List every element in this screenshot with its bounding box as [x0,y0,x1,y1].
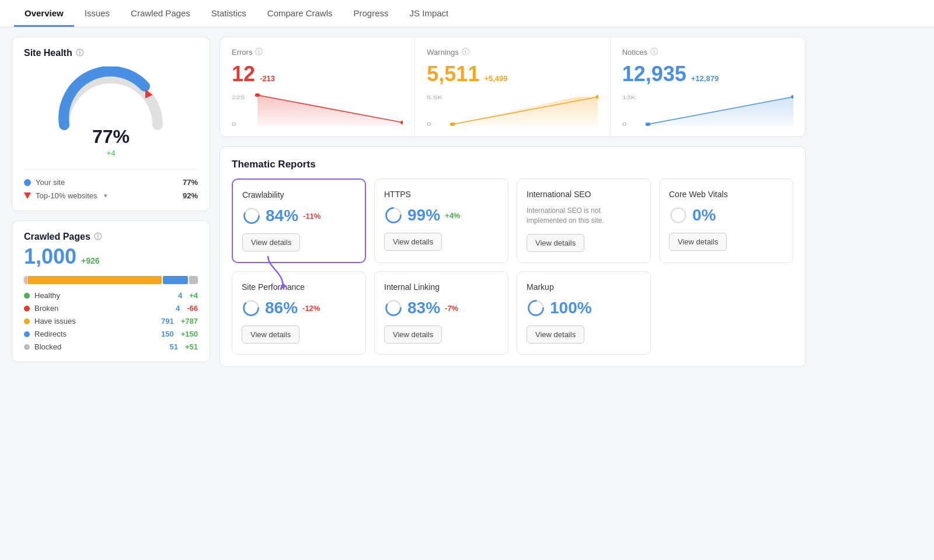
crawled-pages-info-icon[interactable]: ⓘ [94,232,102,242]
https-view-details-button[interactable]: View details [384,233,442,251]
warnings-sparkline: 5.5K 0 [427,92,598,127]
crawlability-score: 84% [266,206,298,225]
internal-linking-delta: -7% [445,304,458,313]
bar-broken [26,276,26,284]
legend-row-top10: Top-10% websites ▾ 92% [24,191,198,200]
site-performance-delta: -12% [302,304,320,313]
core-web-vitals-view-details-button[interactable]: View details [669,233,727,251]
crawlability-progress-circle [242,206,261,225]
site-performance-score: 86% [265,299,298,317]
internal-linking-score: 83% [407,299,440,317]
international-seo-desc: International SEO is not implemented on … [527,206,641,226]
delta-have-issues: +787 [181,317,198,326]
notices-info-icon[interactable]: ⓘ [650,47,658,57]
nav-statistics[interactable]: Statistics [201,0,257,27]
internal-linking-score-row: 83% -7% [384,299,499,317]
https-score-row: 99% +4% [384,206,499,225]
label-redirects: Redirects [34,330,67,338]
internal-linking-view-details-button[interactable]: View details [384,326,442,344]
errors-delta: -213 [260,74,275,83]
nav-crawled-pages[interactable]: Crawled Pages [120,0,201,27]
pages-legend-healthy: Healthy 4 +4 [24,291,198,300]
crawlability-delta: -11% [303,212,320,220]
svg-point-21 [671,208,686,223]
https-delta: +4% [445,211,460,220]
svg-point-4 [255,93,260,97]
core-web-vitals-title: Core Web Vitals [669,190,783,199]
report-https: HTTPS 99% +4% View details [374,178,508,263]
site-health-info-icon[interactable]: ⓘ [76,48,83,58]
international-seo-view-details-button[interactable]: View details [527,234,584,252]
dot-redirects [24,331,30,337]
https-score: 99% [407,206,440,225]
gauge-value: 77% [92,126,130,148]
pages-legend-have-issues: Have issues 791 +787 [24,317,198,326]
site-health-legend: Your site 77% Top-10% websites ▾ 92% [24,169,198,200]
nav-compare-crawls[interactable]: Compare Crawls [257,0,343,27]
top10-label: Top-10% websites [36,191,97,200]
thematic-reports-section: Thematic Reports Crawlability 84% -11% V… [219,146,806,367]
svg-text:225: 225 [232,94,245,100]
crawlability-view-details-button[interactable]: View details [242,233,300,251]
errors-number-row: 12 -213 [232,62,403,86]
crawled-pages-delta: +926 [81,256,100,265]
val-have-issues: 791 [161,317,174,326]
markup-score-row: 100% [527,299,641,317]
core-web-vitals-score: 0% [692,206,716,225]
dot-red-triangle [24,192,31,199]
your-site-val: 77% [183,178,198,187]
val-healthy: 4 [178,291,182,300]
svg-point-9 [450,123,455,126]
top10-dropdown-icon[interactable]: ▾ [104,192,107,200]
svg-text:0: 0 [232,121,236,127]
core-web-vitals-score-row: 0% [669,206,783,225]
errors-info-icon[interactable]: ⓘ [255,47,263,57]
notices-number-row: 12,935 +12,879 [622,62,793,86]
errors-title: Errors ⓘ [232,47,403,57]
site-performance-view-details-button[interactable]: View details [242,326,299,344]
pages-legend-redirects: Redirects 150 +150 [24,330,198,338]
gauge-delta: +4 [107,149,116,158]
pages-legend-blocked: Blocked 51 +51 [24,342,198,351]
warnings-info-icon[interactable]: ⓘ [462,47,469,57]
svg-text:13K: 13K [622,94,636,100]
nav-js-impact[interactable]: JS Impact [399,0,459,27]
nav-overview[interactable]: Overview [14,0,74,27]
top10-val: 92% [183,191,198,200]
markup-view-details-button[interactable]: View details [527,326,584,344]
left-column: Site Health ⓘ 77% +4 [12,37,210,367]
notices-value: 12,935 [622,62,686,86]
val-blocked: 51 [169,342,177,351]
bar-redirects [163,276,189,284]
svg-point-14 [645,123,650,126]
dot-have-issues [24,318,30,324]
warnings-card: Warnings ⓘ 5,511 +5,499 [415,37,610,136]
crawlability-score-row: 84% -11% [242,206,356,225]
markup-title: Markup [527,282,641,292]
nav-issues[interactable]: Issues [74,0,120,27]
val-broken: 4 [176,304,180,313]
right-column: Errors ⓘ 12 -213 225 [219,37,806,367]
pages-legend-broken: Broken 4 -66 [24,304,198,313]
thematic-row-1: Crawlability 84% -11% View details [232,178,793,263]
thematic-reports-title: Thematic Reports [232,159,793,170]
errors-card: Errors ⓘ 12 -213 225 [220,37,415,136]
dot-blocked [24,344,30,350]
svg-text:0: 0 [622,121,626,127]
empty-placeholder [659,271,793,355]
crawled-pages-number: 1,000 [24,244,76,269]
internal-linking-title: Internal Linking [384,282,499,292]
https-progress-circle [384,206,403,225]
notices-delta: +12,879 [691,74,719,83]
pages-bar [24,276,198,284]
bar-healthy [24,276,25,284]
internal-linking-progress-circle [384,299,403,317]
site-performance-score-row: 86% -12% [242,299,356,317]
metrics-row: Errors ⓘ 12 -213 225 [219,37,806,137]
report-core-web-vitals: Core Web Vitals 0% View details [659,178,793,263]
delta-healthy: +4 [189,291,198,300]
top-navigation: Overview Issues Crawled Pages Statistics… [0,0,934,27]
nav-progress[interactable]: Progress [343,0,399,27]
markup-progress-circle [527,299,545,317]
your-site-label: Your site [36,178,65,187]
